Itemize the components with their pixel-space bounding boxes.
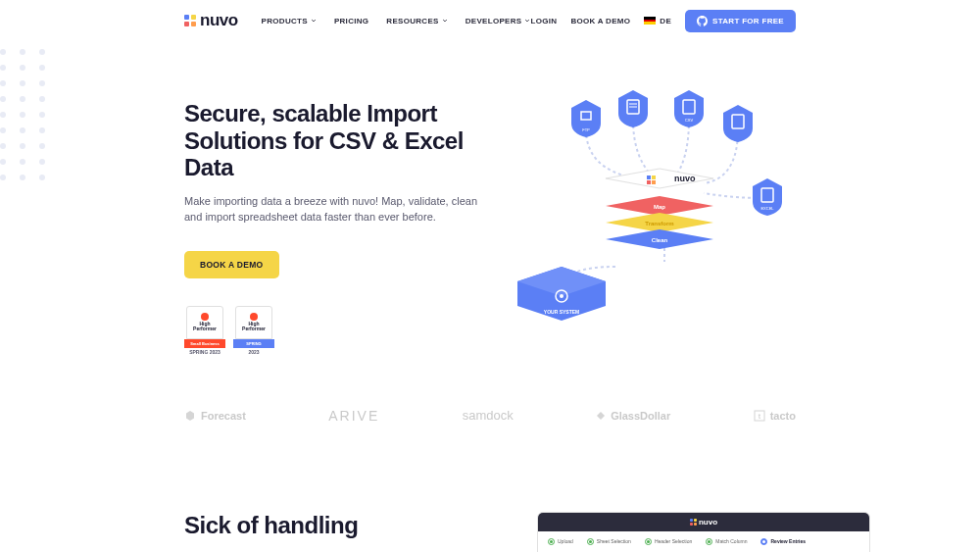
logo-glassdollar: GlassDollar — [596, 410, 670, 422]
logo-label: GlassDollar — [611, 410, 670, 422]
logo-tacto: t tacto — [754, 410, 796, 422]
badge-label: High Performer — [189, 322, 220, 332]
g2-icon — [201, 313, 209, 321]
mock-header: nuvo — [538, 513, 869, 531]
section2-content: Sick of handling — [184, 512, 498, 552]
svg-text:EXCEL: EXCEL — [760, 206, 774, 211]
svg-text:nuvo: nuvo — [674, 174, 696, 183]
book-demo-button[interactable]: BOOK A DEMO — [184, 251, 279, 278]
svg-text:FTP: FTP — [582, 127, 590, 132]
hero-illustration-wrap: FTP CSV EXCEL — [527, 100, 796, 353]
start-free-button[interactable]: START FOR FREE — [685, 10, 796, 32]
flag-de-icon — [644, 17, 656, 25]
chevron-down-icon — [524, 18, 530, 24]
svg-text:Map: Map — [654, 204, 665, 210]
diamond-icon — [596, 411, 606, 421]
logo-text: nuvo — [200, 11, 238, 30]
svg-text:YOUR SYSTEM: YOUR SYSTEM — [544, 309, 579, 315]
badge-year: SPRING 2023 — [184, 349, 225, 355]
section2-title: Sick of handling — [184, 512, 498, 539]
step-label: Match Column — [715, 538, 747, 544]
mock-step-match: Match Column — [706, 538, 747, 545]
language-switcher[interactable]: DE — [644, 17, 671, 25]
logo-icon — [184, 15, 196, 26]
logo-label: Forecast — [201, 410, 246, 422]
mock-step-header: Header Selection — [645, 538, 692, 545]
mock-logo: nuvo — [690, 518, 717, 527]
svg-rect-13 — [647, 180, 651, 184]
nav-label: RESOURCES — [386, 17, 438, 25]
nav-resources[interactable]: RESOURCES — [386, 17, 447, 25]
step-label: Review Entries — [770, 538, 806, 544]
step-label: Header Selection — [655, 538, 692, 544]
svg-text:CSV: CSV — [685, 118, 694, 123]
nav-label: PRICING — [334, 17, 368, 25]
nav-label: PRODUCTS — [262, 17, 308, 25]
hexagon-icon — [184, 410, 196, 422]
cta-label: START FOR FREE — [712, 17, 784, 25]
badge-g2-small-business: High Performer Small Business SPRING 202… — [184, 306, 225, 353]
svg-rect-14 — [652, 180, 656, 184]
customer-logos: Forecast ARIVE samdock GlassDollar t tac… — [0, 408, 980, 424]
svg-rect-12 — [652, 176, 656, 179]
square-t-icon: t — [754, 410, 765, 422]
header: nuvo PRODUCTS PRICING RESOURCES DEVELOPE… — [0, 0, 980, 41]
nav-pricing[interactable]: PRICING — [334, 17, 368, 25]
svg-text:Transform: Transform — [645, 221, 673, 226]
hero-illustration: FTP CSV EXCEL — [508, 71, 821, 345]
hero-content: Secure, scalable Import Solutions for CS… — [184, 100, 488, 353]
github-icon — [697, 16, 708, 26]
svg-rect-11 — [647, 176, 651, 179]
header-right: LOGIN BOOK A DEMO DE START FOR FREE — [531, 10, 796, 32]
section-handling: Sick of handling nuvo Upload Sheet Selec… — [0, 424, 980, 552]
step-label: Upload — [558, 538, 573, 544]
hero-section: Secure, scalable Import Solutions for CS… — [0, 41, 980, 353]
mock-app: nuvo Upload Sheet Selection Header Selec… — [537, 512, 870, 552]
badge-g2-spring: High Performer SPRING 2023 — [233, 306, 274, 353]
mock-step-sheet: Sheet Selection — [587, 538, 631, 545]
svg-point-19 — [560, 294, 564, 298]
logo[interactable]: nuvo — [184, 11, 238, 30]
nav-developers[interactable]: DEVELOPERS — [466, 17, 531, 25]
svg-text:Clean: Clean — [652, 237, 668, 243]
mock-step-upload: Upload — [548, 538, 573, 545]
g2-icon — [250, 313, 258, 321]
nav: PRODUCTS PRICING RESOURCES DEVELOPERS — [262, 17, 531, 25]
logo-samdock: samdock — [463, 408, 514, 423]
chevron-down-icon — [442, 18, 448, 24]
logo-arive: ARIVE — [328, 408, 379, 424]
logo-label: tacto — [770, 410, 796, 422]
badge-band: Small Business — [184, 339, 225, 348]
mock-step-review: Review Entries — [760, 538, 806, 545]
g2-badges: High Performer Small Business SPRING 202… — [184, 306, 488, 353]
badge-year: 2023 — [233, 349, 274, 355]
step-label: Sheet Selection — [597, 538, 631, 544]
header-left: nuvo PRODUCTS PRICING RESOURCES DEVELOPE… — [184, 11, 530, 30]
svg-text:t: t — [759, 413, 761, 420]
lang-label: DE — [660, 17, 671, 25]
badge-label: High Performer — [238, 322, 270, 332]
nav-label: DEVELOPERS — [466, 17, 522, 25]
mock-steps: Upload Sheet Selection Header Selection … — [538, 531, 869, 552]
logo-forecast: Forecast — [184, 410, 246, 422]
hero-subtitle: Make importing data a breeze with nuvo! … — [184, 193, 478, 226]
mock-brand: nuvo — [699, 518, 717, 527]
book-demo-link[interactable]: BOOK A DEMO — [570, 17, 630, 25]
hero-title: Secure, scalable Import Solutions for CS… — [184, 100, 488, 181]
login-link[interactable]: LOGIN — [531, 17, 558, 25]
chevron-down-icon — [311, 18, 317, 24]
section2-image: nuvo Upload Sheet Selection Header Selec… — [537, 512, 870, 552]
nav-products[interactable]: PRODUCTS — [262, 17, 317, 25]
badge-band: SPRING — [233, 339, 274, 348]
